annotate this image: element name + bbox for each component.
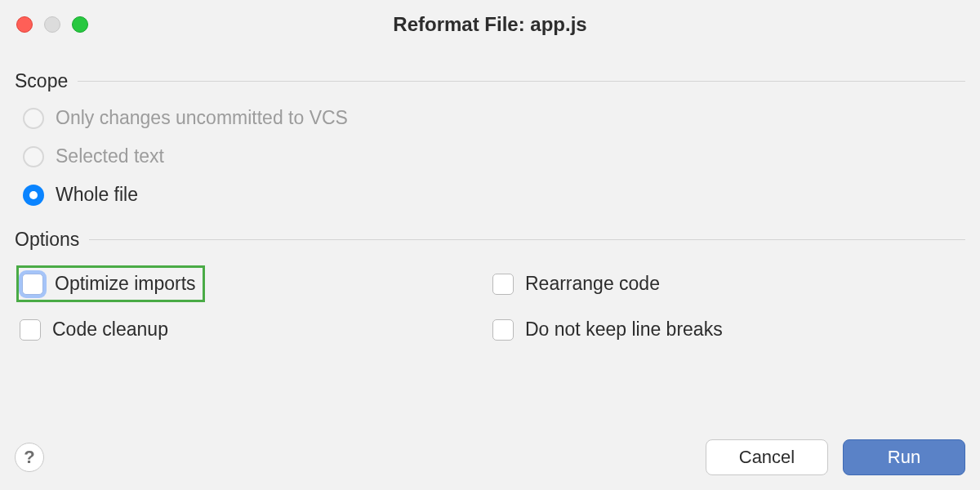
divider (89, 239, 965, 240)
rearrange-code-checkbox[interactable] (492, 274, 514, 295)
run-button[interactable]: Run (843, 439, 965, 475)
radio-icon[interactable] (23, 185, 44, 206)
dialog-footer: ? Cancel Run (15, 439, 965, 475)
scope-only-uncommitted: Only changes uncommitted to VCS (23, 107, 965, 129)
options-section-label: Options (15, 229, 79, 251)
scope-section-label: Scope (15, 70, 68, 92)
scope-section-header: Scope (15, 70, 965, 92)
radio-icon (23, 146, 44, 167)
options-grid: Optimize imports Rearrange code Code cle… (15, 265, 965, 341)
rearrange-code-label: Rearrange code (525, 273, 660, 295)
do-not-keep-line-breaks-label: Do not keep line breaks (525, 318, 723, 341)
scope-whole-file[interactable]: Whole file (23, 184, 965, 206)
radio-icon (23, 108, 44, 129)
scope-only-uncommitted-label: Only changes uncommitted to VCS (56, 107, 348, 129)
option-code-cleanup[interactable]: Code cleanup (20, 318, 492, 341)
scope-radio-group: Only changes uncommitted to VCS Selected… (15, 107, 965, 206)
divider (78, 81, 965, 82)
scope-whole-file-label: Whole file (56, 184, 138, 206)
optimize-imports-label: Optimize imports (55, 273, 196, 295)
options-section-header: Options (15, 229, 965, 251)
optimize-imports-checkbox[interactable] (22, 274, 43, 295)
code-cleanup-label: Code cleanup (52, 318, 168, 341)
option-optimize-imports-highlight: Optimize imports (16, 265, 205, 302)
do-not-keep-line-breaks-checkbox[interactable] (492, 319, 514, 341)
help-button[interactable]: ? (15, 443, 44, 472)
help-icon: ? (24, 447, 34, 468)
code-cleanup-checkbox[interactable] (20, 319, 41, 341)
scope-selected-text: Selected text (23, 145, 965, 167)
option-do-not-keep-line-breaks[interactable]: Do not keep line breaks (492, 318, 965, 341)
cancel-button[interactable]: Cancel (706, 439, 828, 475)
option-optimize-imports-cell: Optimize imports (20, 265, 492, 302)
scope-selected-text-label: Selected text (56, 145, 164, 167)
option-rearrange-code[interactable]: Rearrange code (492, 265, 965, 302)
dialog-title: Reformat File: app.js (0, 13, 980, 36)
